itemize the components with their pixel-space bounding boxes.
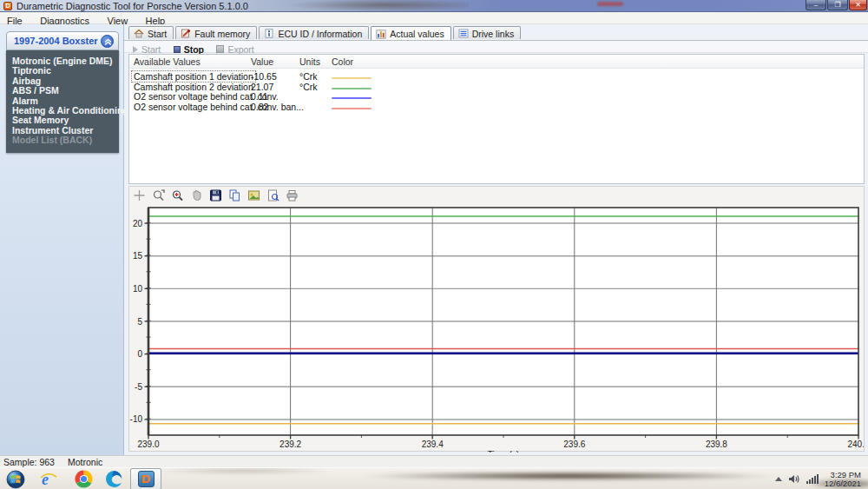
pan-hand-icon[interactable]	[190, 189, 203, 202]
tab-label: Fault memory	[194, 29, 250, 39]
home-icon	[134, 29, 144, 38]
status-bar: Sample: 963 Motronic	[0, 455, 868, 467]
tab-strip: Start Fault memory ECU ID / Information	[128, 26, 521, 40]
maximize-button[interactable]: ❐	[827, 0, 848, 10]
row-name: Camshaft position 1 deviation	[132, 71, 255, 82]
svg-text:-5: -5	[135, 382, 142, 392]
row-color-swatch	[332, 108, 372, 109]
col-units[interactable]: Units	[299, 56, 320, 67]
info-icon	[264, 29, 274, 38]
internet-explorer-icon[interactable]: e	[38, 469, 59, 489]
vehicle-title: 1997-2004 Boxster	[14, 36, 98, 46]
row-color-swatch	[332, 97, 372, 99]
row-color-swatch	[332, 77, 372, 79]
tab-label: ECU ID / Information	[278, 29, 362, 39]
svg-text:Time (s): Time (s)	[488, 450, 519, 453]
print-preview-icon[interactable]	[266, 189, 279, 202]
edge-icon[interactable]	[103, 469, 124, 489]
chart-toolbar	[133, 188, 299, 202]
svg-text:240.0: 240.0	[847, 439, 864, 449]
export-icon	[216, 45, 224, 53]
svg-text:239.6: 239.6	[563, 439, 585, 449]
chrome-icon[interactable]	[73, 469, 94, 489]
screen: D Durametric Diagnostic Tool for Porsche…	[0, 0, 868, 489]
tab-ecu-id-information[interactable]: ECU ID / Information	[259, 26, 369, 39]
row-value: 21.07	[251, 82, 273, 92]
col-value[interactable]: Value	[251, 56, 273, 67]
svg-text:0: 0	[137, 349, 142, 359]
svg-text:10: 10	[133, 284, 143, 294]
glass-smudge	[286, 0, 469, 11]
tab-drive-links[interactable]: Drive links	[453, 26, 521, 39]
svg-text:e: e	[42, 471, 49, 488]
tab-start[interactable]: Start	[128, 26, 174, 39]
row-value: 0.11	[251, 91, 268, 102]
svg-text:239.2: 239.2	[279, 439, 301, 449]
menu-bar: File Diagnostics View Help	[0, 12, 868, 24]
minimize-button[interactable]: –	[806, 0, 826, 10]
stop-icon	[174, 46, 181, 53]
timeseries-plot: 239.0239.2239.4239.6239.8240.0-10-505101…	[129, 202, 864, 453]
table-row[interactable]: O2 sensor voltage behind cat. conv. 0.11	[129, 91, 864, 102]
save-image-icon[interactable]	[247, 189, 260, 202]
chevron-double-up-icon	[103, 37, 113, 47]
glass-smudge-red	[597, 2, 623, 6]
start-orb[interactable]	[5, 469, 26, 489]
sidebar-header[interactable]: 1997-2004 Boxster	[6, 31, 119, 50]
chart-icon	[376, 30, 386, 39]
capture-toolbar: Start Stop Export	[124, 40, 868, 53]
values-table: Available Values Value Units Color Camsh…	[128, 54, 865, 184]
table-row[interactable]: O2 sensor voltage behind cat. conv. ban.…	[129, 102, 864, 112]
svg-text:239.4: 239.4	[422, 439, 444, 449]
row-value: 0.82	[251, 102, 268, 112]
zoom-in-icon[interactable]	[171, 189, 184, 202]
desktop-texture	[156, 468, 330, 473]
col-available-values[interactable]: Available Values	[134, 56, 201, 67]
close-button[interactable]: ✕	[849, 0, 867, 10]
tab-label: Start	[148, 29, 167, 39]
zoom-extents-icon[interactable]	[152, 189, 165, 202]
table-row[interactable]: Camshaft position 1 deviation -10.65 °Cr…	[129, 71, 864, 82]
row-value: -10.65	[251, 71, 277, 82]
col-color[interactable]: Color	[332, 56, 353, 67]
system-tray: 3:29 PM 12/6/2021	[775, 468, 861, 489]
window-title: Durametric Diagnostic Tool for Porsche V…	[16, 1, 248, 11]
table-header: Available Values Value Units Color	[129, 55, 864, 69]
collapse-button[interactable]	[101, 35, 114, 48]
active-module: Motronic	[68, 457, 102, 467]
volume-icon[interactable]	[788, 473, 800, 485]
save-icon[interactable]	[209, 189, 222, 202]
clock[interactable]: 3:29 PM 12/6/2021	[825, 471, 861, 488]
tab-actual-values[interactable]: Actual values	[371, 26, 450, 40]
crosshair-icon[interactable]	[133, 189, 146, 202]
table-row[interactable]: Camshaft position 2 deviation 21.07 °Crk	[129, 82, 864, 92]
module-list: Motronic (Engine DME) Tiptronic Airbag A…	[6, 50, 119, 153]
copy-icon[interactable]	[228, 189, 241, 202]
app-icon: D	[3, 2, 12, 10]
print-icon[interactable]	[286, 189, 299, 202]
sidebar: 1997-2004 Boxster Motronic (Engine DME) …	[0, 24, 124, 455]
tab-fault-memory[interactable]: Fault memory	[175, 26, 257, 39]
tab-label: Actual values	[390, 29, 444, 39]
svg-text:239.0: 239.0	[137, 439, 159, 449]
chart-panel: 239.0239.2239.4239.6239.8240.0-10-505101…	[128, 186, 865, 452]
list-icon	[458, 29, 469, 38]
tray-date: 12/6/2021	[825, 479, 861, 488]
row-units: °Crk	[299, 82, 318, 92]
taskbar: e D	[0, 467, 868, 489]
svg-text:20: 20	[133, 219, 143, 228]
play-icon	[133, 46, 138, 53]
svg-text:15: 15	[133, 251, 143, 261]
show-hidden-icons[interactable]	[775, 477, 782, 481]
svg-text:-10: -10	[130, 414, 143, 424]
sidebar-item-model-list-back[interactable]: Model List (BACK)	[6, 135, 119, 145]
row-name: O2 sensor voltage behind cat. conv. ban.…	[134, 102, 304, 112]
row-name: Camshaft position 2 deviation	[134, 82, 253, 92]
tab-label: Drive links	[472, 29, 514, 39]
sample-count: Sample: 963	[3, 457, 55, 467]
taskbar-durametric-button[interactable]: D	[130, 468, 161, 489]
title-bar: D Durametric Diagnostic Tool for Porsche…	[0, 0, 868, 12]
network-icon[interactable]	[806, 474, 819, 484]
row-color-swatch	[332, 88, 372, 89]
sidebar-item-abs-psm[interactable]: ABS / PSM	[6, 86, 119, 96]
